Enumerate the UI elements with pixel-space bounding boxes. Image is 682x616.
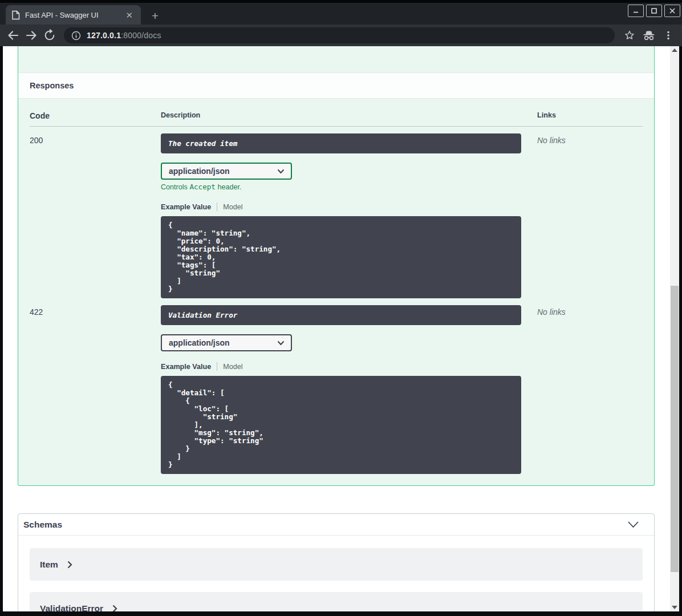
url-path: :8000/docs xyxy=(121,31,161,40)
media-type-select[interactable]: application/json xyxy=(161,163,292,180)
chevron-down-icon xyxy=(277,341,285,346)
tab-model[interactable]: Model xyxy=(223,363,242,371)
schemas-title: Schemas xyxy=(23,520,62,530)
new-tab-button[interactable]: + xyxy=(148,9,163,23)
scroll-up-arrow-icon[interactable] xyxy=(672,48,677,52)
model-card-validationerror[interactable]: ValidationError xyxy=(30,592,643,611)
response-description-box: The created item xyxy=(161,133,521,153)
responses-title: Responses xyxy=(30,81,74,90)
browser-tab[interactable]: Fast API - Swagger UI ✕ xyxy=(6,5,141,25)
url-text: 127.0.0.1:8000/docs xyxy=(87,31,161,40)
response-row-422: 422 Validation Error application/json xyxy=(30,298,643,474)
address-bar[interactable]: 127.0.0.1:8000/docs xyxy=(64,27,615,43)
window-close-button[interactable] xyxy=(664,5,680,17)
window-maximize-button[interactable] xyxy=(646,5,662,17)
column-header-code: Code xyxy=(30,111,161,120)
column-header-description: Description xyxy=(161,111,537,120)
response-description-text: The created item xyxy=(168,139,237,148)
media-type-value: application/json xyxy=(169,167,230,176)
chevron-down-icon xyxy=(277,169,285,174)
tab-example-value[interactable]: Example Value xyxy=(161,363,211,371)
model-card-item[interactable]: Item xyxy=(30,548,643,581)
tab-example-value[interactable]: Example Value xyxy=(161,203,211,211)
window-minimize-button[interactable] xyxy=(628,5,644,17)
example-json-block: { "name": "string", "price": 0, "descrip… xyxy=(161,216,521,298)
browser-viewport: Responses Code Description Links 200 The… xyxy=(3,46,679,611)
response-description-box: Validation Error xyxy=(161,305,521,325)
scroll-down-arrow-icon[interactable] xyxy=(672,606,677,609)
tab-separator xyxy=(217,362,217,371)
column-header-links: Links xyxy=(537,111,643,120)
tab-separator xyxy=(217,202,217,211)
accept-header-note: Controls Accept header. xyxy=(161,183,537,191)
response-code: 422 xyxy=(30,305,161,474)
back-button[interactable] xyxy=(5,27,22,44)
response-links: No links xyxy=(537,305,643,474)
bookmark-star-icon[interactable] xyxy=(620,27,639,44)
forward-button[interactable] xyxy=(23,27,40,44)
tab-title: Fast API - Swagger UI xyxy=(25,11,118,19)
responses-section-header: Responses xyxy=(18,72,654,99)
vertical-scrollbar[interactable] xyxy=(670,46,679,611)
response-links: No links xyxy=(537,133,643,298)
responses-table-header: Code Description Links xyxy=(30,99,643,127)
url-host: 127.0.0.1 xyxy=(87,31,121,40)
post-operation-block: Responses Code Description Links 200 The… xyxy=(18,46,655,486)
response-description-text: Validation Error xyxy=(168,311,237,319)
example-json-block: { "detail": [ { "loc": [ "string" ], "ms… xyxy=(161,376,521,474)
response-row-200: 200 The created item application/json Co… xyxy=(30,127,643,298)
scrollbar-thumb[interactable] xyxy=(671,286,679,572)
chevron-down-icon[interactable] xyxy=(627,521,639,528)
model-name: ValidationError xyxy=(40,603,103,612)
model-name: Item xyxy=(40,560,58,570)
response-code: 200 xyxy=(30,133,161,298)
incognito-icon xyxy=(640,27,658,44)
swagger-page: Responses Code Description Links 200 The… xyxy=(3,46,670,611)
chevron-right-icon xyxy=(112,605,117,612)
schemas-section: Schemas Item ValidationError xyxy=(18,513,655,611)
tab-model[interactable]: Model xyxy=(223,203,242,211)
tab-strip: Fast API - Swagger UI ✕ + xyxy=(0,0,682,25)
menu-dots-icon[interactable] xyxy=(659,27,677,44)
site-info-icon[interactable] xyxy=(71,31,81,40)
chevron-right-icon xyxy=(67,561,72,569)
media-type-value: application/json xyxy=(169,338,230,347)
tab-close-icon[interactable]: ✕ xyxy=(123,10,135,20)
browser-toolbar: 127.0.0.1:8000/docs xyxy=(0,25,682,46)
reload-button[interactable] xyxy=(41,27,58,44)
schemas-header[interactable]: Schemas xyxy=(18,514,654,536)
page-favicon-icon xyxy=(11,10,20,20)
media-type-select[interactable]: application/json xyxy=(161,334,292,351)
